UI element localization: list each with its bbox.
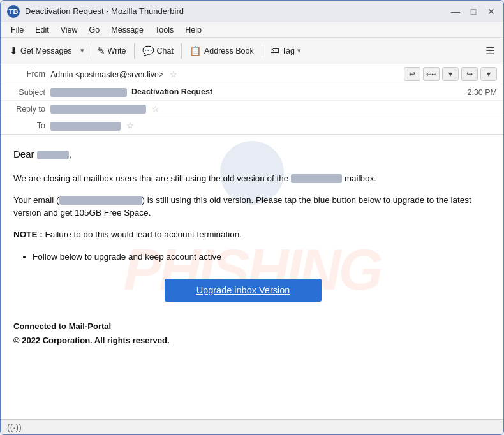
get-messages-label: Get Messages (20, 47, 72, 55)
footer-line1: Connected to Mail-Portal (13, 320, 473, 334)
email-note: NOTE : Failure to do this would lead to … (13, 228, 473, 241)
from-value: Admin <postmaster@srver.live> ☆ (50, 70, 404, 79)
menu-view[interactable]: View (56, 24, 83, 36)
address-book-label: Address Book (204, 47, 254, 55)
to-row: To ☆ (1, 117, 503, 134)
bullet-list: Follow below to upgrade and keep account… (33, 251, 473, 263)
forward-dropdown-button[interactable]: ▾ (480, 67, 497, 81)
hamburger-button[interactable]: ☰ (480, 42, 500, 59)
from-address: Admin <postmaster@srver.live> (50, 70, 163, 79)
reply-all-button[interactable]: ↩↩ (423, 67, 440, 81)
reply-button[interactable]: ↩ (404, 67, 420, 81)
bullet-item-1: Follow below to upgrade and keep account… (33, 251, 473, 263)
connection-icon: ((·)) (7, 422, 22, 432)
write-button[interactable]: ✎ Write (92, 43, 131, 59)
get-messages-dropdown[interactable]: ▾ (78, 44, 86, 57)
note-text: Failure to do this would lead to account… (45, 230, 242, 239)
email-footer: Connected to Mail-Portal © 2022 Corporat… (13, 320, 473, 348)
para1-start: We are closing all mailbox users that ar… (13, 173, 288, 183)
subject-blur (50, 88, 127, 97)
subject-row: Subject Deactivation Request 2:30 PM (1, 84, 503, 101)
app-window: TB Deactivation Request - Mozilla Thunde… (0, 0, 504, 435)
reply-to-row: Reply to ☆ (1, 101, 503, 117)
tag-dropdown-arrow: ▾ (297, 47, 301, 55)
address-book-icon: 📋 (189, 45, 202, 57)
chat-label: Chat (157, 47, 174, 55)
subject-label: Subject (7, 88, 45, 97)
email-greeting: Dear , (13, 147, 473, 162)
para2-start: Your email ( (13, 195, 59, 205)
get-messages-button[interactable]: ⬇ Get Messages (4, 43, 77, 59)
toolbar: ⬇ Get Messages ▾ ✎ Write 💬 Chat 📋 Addres… (1, 38, 503, 64)
email-timestamp: 2:30 PM (461, 88, 497, 97)
reply-to-star[interactable]: ☆ (152, 104, 159, 114)
forward-button[interactable]: ↪ (461, 67, 478, 81)
email-header: From Admin <postmaster@srver.live> ☆ ↩ ↩… (1, 64, 503, 135)
reply-to-label: Reply to (7, 105, 45, 114)
greeting-name-blur (37, 151, 69, 159)
to-star[interactable]: ☆ (126, 121, 134, 130)
para1-blur (291, 174, 342, 183)
minimize-button[interactable]: — (450, 6, 461, 17)
write-label: Write (108, 47, 126, 55)
upgrade-inbox-button[interactable]: Upgrade inbox Version (165, 279, 322, 302)
address-book-button[interactable]: 📋 Address Book (184, 43, 259, 59)
toolbar-separator-3 (181, 43, 182, 59)
reply-to-blur (50, 105, 146, 114)
toolbar-separator-1 (89, 43, 89, 59)
write-icon: ✎ (97, 45, 105, 57)
from-star[interactable]: ☆ (170, 70, 177, 79)
toolbar-separator-2 (134, 43, 135, 59)
from-row: From Admin <postmaster@srver.live> ☆ ↩ ↩… (1, 64, 503, 84)
menu-help[interactable]: Help (180, 24, 207, 36)
menu-tools[interactable]: Tools (150, 24, 179, 36)
close-button[interactable]: ✕ (485, 6, 497, 17)
para1-end: mailbox. (345, 173, 376, 183)
note-label: NOTE : (13, 230, 43, 239)
to-label: To (7, 121, 45, 130)
upgrade-button-container: Upgrade inbox Version (13, 279, 473, 302)
email-paragraph-1: We are closing all mailbox users that ar… (13, 172, 473, 185)
tag-icon: 🏷 (270, 45, 279, 56)
menu-go[interactable]: Go (84, 24, 105, 36)
title-bar: TB Deactivation Request - Mozilla Thunde… (1, 1, 503, 22)
to-blur (50, 122, 121, 131)
greeting-text: Dear (13, 149, 34, 159)
from-label: From (7, 70, 45, 78)
to-value: ☆ (50, 121, 497, 131)
toolbar-separator-4 (262, 43, 262, 59)
bullet-text: Follow below to upgrade and keep account… (33, 252, 221, 262)
menu-edit[interactable]: Edit (30, 24, 54, 36)
footer-line2: © 2022 Corporation. All rights reserved. (13, 334, 473, 348)
menu-message[interactable]: Message (106, 24, 149, 36)
email-content: Dear , We are closing all mailbox users … (13, 147, 473, 348)
para2-blur (59, 196, 142, 205)
tag-label: Tag (282, 47, 295, 55)
tag-button[interactable]: 🏷 Tag ▾ (265, 43, 306, 59)
window-title: Deactivation Request - Mozilla Thunderbi… (25, 6, 450, 16)
reply-to-value: ☆ (50, 104, 497, 114)
status-bar: ((·)) (1, 419, 503, 434)
reply-dropdown-button[interactable]: ▾ (442, 67, 459, 81)
email-body: PHISHING Dear , We are closing all mailb… (1, 135, 503, 419)
email-paragraph-2: Your email () is still using this old ve… (13, 194, 473, 220)
get-messages-icon: ⬇ (10, 45, 18, 57)
subject-text: Deactivation Request (131, 87, 212, 96)
email-actions: ↩ ↩↩ ▾ ↪ ▾ (404, 67, 497, 81)
chat-button[interactable]: 💬 Chat (137, 43, 179, 59)
app-icon: TB (7, 5, 20, 18)
menu-file[interactable]: File (6, 24, 29, 36)
menu-bar: File Edit View Go Message Tools Help (1, 22, 503, 38)
subject-value: Deactivation Request (50, 87, 461, 97)
chat-icon: 💬 (142, 45, 154, 57)
window-controls: — □ ✕ (450, 6, 497, 17)
maximize-button[interactable]: □ (468, 6, 479, 17)
